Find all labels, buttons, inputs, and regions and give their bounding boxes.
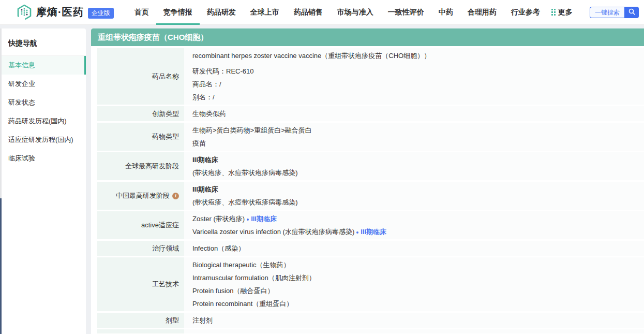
clinical-stage-link[interactable]: III期临床 — [361, 228, 386, 236]
row-value: Zoster (带状疱疹)III期临床Varicella zoster viru… — [184, 211, 644, 239]
row-label: active适应症 — [97, 211, 184, 239]
row-label: 治疗领域 — [97, 241, 184, 256]
quick-search-button[interactable]: 一键搜索 — [590, 7, 624, 18]
nav-item-6[interactable]: 市场与准入 — [330, 0, 381, 25]
row-label: 创新类型 — [97, 106, 184, 121]
nav-item-1[interactable]: 首页 — [127, 0, 156, 25]
nav-item-more[interactable]: 更多 — [551, 0, 573, 25]
search-icon — [628, 8, 635, 17]
value-line: 别名：/ — [192, 91, 639, 104]
value-text: 生物类似药 — [192, 110, 226, 118]
value-text: 注射剂 — [192, 316, 213, 324]
row-label-text: 药物类型 — [152, 132, 179, 141]
row-label-text: 工艺技术 — [152, 280, 179, 289]
row-label: 工艺技术 — [97, 257, 184, 311]
sidebar-item-6[interactable]: 临床试验 — [0, 149, 86, 168]
value-line: Biological therapeutic（生物药） — [192, 258, 639, 271]
nav-item-7[interactable]: 一致性评价 — [381, 0, 431, 25]
row-label-text: 剂型 — [166, 316, 179, 325]
row-value: III期临床(带状疱疹、水痘带状疱疹病毒感染) — [184, 182, 644, 210]
left-edge-scrollbar-thumb[interactable] — [0, 198, 2, 334]
main-nav: 首页竞争情报药品研发全球上市药品销售市场与准入一致性评价中药合理用药行业参考 — [127, 0, 547, 25]
nav-item-3[interactable]: 药品研发 — [200, 0, 243, 25]
logo[interactable]: 摩熵·医药 企业版 — [16, 4, 114, 21]
row-label — [97, 329, 184, 333]
value-line: (带状疱疹、水痘带状疱疹病毒感染) — [192, 166, 639, 179]
nav-item-9[interactable]: 合理用药 — [460, 0, 504, 25]
quick-search: 一键搜索 — [590, 7, 639, 18]
value-text: Intramuscular formulation（肌肉注射剂） — [192, 274, 316, 282]
value-line: Intramuscular formulation（肌肉注射剂） — [192, 271, 639, 284]
value-line: III期临床 — [192, 183, 639, 196]
nav-item-5[interactable]: 药品销售 — [287, 0, 330, 25]
value-text: 商品名：/ — [192, 80, 221, 88]
logo-text: 摩熵·医药 — [36, 5, 84, 19]
value-line: Protein recombinant（重组蛋白） — [192, 297, 639, 310]
row-label-text: 全球最高研发阶段 — [125, 162, 179, 171]
value-line: 注射剂 — [192, 314, 639, 327]
sidebar-item-3[interactable]: 研发状态 — [0, 93, 86, 112]
value-text: III期临床 — [192, 185, 218, 193]
main-content: 重组带状疱疹疫苗（CHO细胞） 药品名称recombinant herpes z… — [91, 28, 644, 334]
dot-separator — [356, 231, 358, 234]
value-text: Infection（感染） — [192, 244, 245, 252]
row-value: Biological therapeutic（生物药）Intramuscular… — [184, 257, 644, 311]
sidebar-item-5[interactable]: 适应症研发历程(国内) — [0, 130, 86, 149]
value-text: (带状疱疹、水痘带状疱疹病毒感染) — [192, 169, 298, 177]
value-line: 生物类似药 — [192, 107, 639, 120]
brand-hexagon-icon — [16, 4, 33, 21]
value-line: Infection（感染） — [192, 242, 639, 255]
nav-item-10[interactable]: 行业参考 — [504, 0, 547, 25]
row-label-text: 中国最高研发阶段 — [116, 191, 170, 200]
value-line: Zoster (带状疱疹)III期临床 — [192, 212, 639, 225]
value-text: 别名：/ — [192, 93, 215, 101]
left-edge-scrollbar-track — [0, 28, 2, 198]
value-line: 研发代码：REC-610 — [192, 65, 639, 78]
table-row: 工艺技术Biological therapeutic（生物药）Intramusc… — [97, 257, 644, 311]
sidebar-item-4[interactable]: 药品研发历程(国内) — [0, 112, 86, 130]
value-line: recombinant herpes zoster vaccine vaccin… — [192, 49, 639, 62]
row-label-text: active适应症 — [141, 221, 179, 230]
row-value: III期临床(带状疱疹、水痘带状疱疹病毒感染) — [184, 152, 644, 180]
logo-edition-badge: 企业版 — [88, 8, 114, 19]
drug-title: 重组带状疱疹疫苗（CHO细胞） — [98, 33, 208, 41]
table-row: 药物类型生物药>蛋白类药物>重组蛋白>融合蛋白疫苗 — [97, 123, 644, 151]
value-line: Protein fusion（融合蛋白） — [192, 284, 639, 297]
value-text: 疫苗 — [192, 139, 206, 147]
drug-title-banner: 重组带状疱疹疫苗（CHO细胞） — [91, 28, 644, 46]
value-text: Protein fusion（融合蛋白） — [192, 287, 274, 295]
table-row: 中国最高研发阶段iIII期临床(带状疱疹、水痘带状疱疹病毒感染) — [97, 182, 644, 210]
sidebar-title: 快捷导航 — [0, 34, 86, 56]
table-row: 治疗领域Infection（感染） — [97, 241, 644, 256]
value-line: Varicella zoster virus infection (水痘带状疱疹… — [192, 225, 639, 238]
sidebar-item-1[interactable]: 基本信息 — [0, 56, 86, 75]
row-label: 药物类型 — [97, 123, 184, 151]
nav-item-8[interactable]: 中药 — [431, 0, 460, 25]
value-text: (带状疱疹、水痘带状疱疹病毒感染) — [192, 198, 298, 206]
row-label: 剂型 — [97, 313, 184, 328]
row-value: 注射剂 — [184, 313, 644, 328]
row-label-text: 药品名称 — [152, 72, 179, 81]
value-text: Zoster (带状疱疹) — [192, 215, 245, 223]
value-line: (带状疱疹、水痘带状疱疹病毒感染) — [192, 196, 639, 209]
info-icon[interactable]: i — [172, 193, 179, 199]
search-submit-button[interactable] — [624, 7, 639, 18]
nav-item-4[interactable]: 全球上市 — [243, 0, 287, 25]
dot-separator — [247, 219, 249, 221]
value-line: 生物药>蛋白类药物>重组蛋白>融合蛋白 — [192, 124, 639, 137]
page-body: 快捷导航 基本信息研发企业研发状态药品研发历程(国内)适应症研发历程(国内)临床… — [0, 28, 644, 334]
value-text: Protein recombinant（重组蛋白） — [192, 300, 293, 308]
sidebar-item-2[interactable]: 研发企业 — [0, 75, 86, 93]
value-line: 疫苗 — [192, 137, 639, 150]
table-row: active适应症Zoster (带状疱疹)III期临床Varicella zo… — [97, 211, 644, 239]
nav-item-2[interactable]: 竞争情报 — [156, 0, 200, 25]
value-text: 生物药>蛋白类药物>重组蛋白>融合蛋白 — [192, 126, 312, 134]
value-line: 商品名：/ — [192, 78, 639, 91]
value-text: recombinant herpes zoster vaccine vaccin… — [192, 52, 430, 60]
row-value: Infection（感染） — [184, 241, 644, 256]
clinical-stage-link[interactable]: III期临床 — [251, 215, 277, 223]
row-label: 全球最高研发阶段 — [97, 152, 184, 180]
value-text: 研发代码：REC-610 — [192, 67, 253, 75]
value-text: Varicella zoster virus infection (水痘带状疱疹… — [192, 228, 354, 236]
table-row: 剂型注射剂 — [97, 313, 644, 328]
